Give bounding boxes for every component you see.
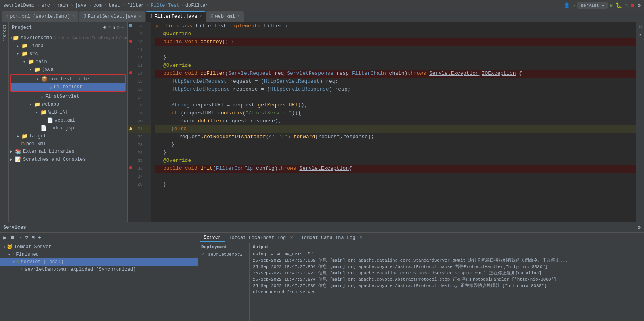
- svc-stop-btn[interactable]: ⏹: [9, 234, 16, 241]
- more-actions[interactable]: ⚙: [638, 2, 641, 9]
- tree-item-main[interactable]: ▾ 📁 main: [9, 58, 127, 66]
- tree-item-scratches[interactable]: ▶ 📝 Scratches and Consoles: [9, 156, 127, 163]
- tree-label-indexjsp: index.jsp: [48, 125, 74, 131]
- tree-item-filtertest[interactable]: ☕ FilterTest: [11, 83, 125, 91]
- svc-add-btn[interactable]: +: [37, 234, 42, 241]
- tab-firstservlet-close[interactable]: ×: [139, 14, 141, 19]
- svc-tab-catalina-close[interactable]: ×: [360, 235, 363, 241]
- sidebar-icon-settings[interactable]: ⚙: [117, 25, 120, 30]
- tomcat-icon: 🐱: [7, 244, 13, 250]
- sidebar-icon-close[interactable]: —: [121, 25, 124, 30]
- project-tool-icon[interactable]: Project: [2, 24, 7, 42]
- code-content: 8 9 10 11 12: [128, 22, 636, 222]
- structure-icon[interactable]: ⊞: [639, 24, 642, 29]
- breadcrumb-file[interactable]: FilterTest: [151, 3, 180, 8]
- stop-button[interactable]: ⏹: [630, 2, 635, 8]
- svc-tab-localhost-close[interactable]: ×: [290, 235, 293, 241]
- folder-icon-java: 📁: [34, 66, 40, 73]
- output-left: Deployment ✔ sevrletDemo:w: [198, 243, 250, 321]
- tab-webxml[interactable]: X web.xml ×: [206, 11, 244, 22]
- debug-button[interactable]: 🐛: [615, 2, 622, 9]
- tree-label-idea: .idea: [29, 43, 44, 49]
- tree-item-java[interactable]: ▾ 📁 java: [9, 66, 127, 74]
- services-output: Deployment ✔ sevrletDemo:w Output Using …: [198, 243, 644, 321]
- svc-item-war[interactable]: ⚡ sevrletDemo:war exploded [Synchronized…: [0, 266, 198, 273]
- tree-item-webinf[interactable]: ▾ 📁 WEB-INF: [9, 108, 127, 116]
- gutter-17: 17: [128, 93, 151, 101]
- svc-item-tomcat[interactable]: ▾ 🐱 Tomcat Server: [0, 243, 198, 251]
- gutter-15: 15: [128, 78, 151, 85]
- vcs-update-icon[interactable]: ↙: [572, 2, 575, 9]
- run-button[interactable]: ▶: [610, 2, 613, 9]
- tree-item-firstservlet[interactable]: ☕ FirstServlet: [9, 93, 127, 101]
- code-line-20: chain. doFilter (request,response);: [155, 117, 636, 125]
- code-line-25: @Override: [155, 157, 636, 165]
- breadcrumb-project[interactable]: sevrletDemo: [3, 3, 34, 8]
- svc-group-btn[interactable]: ⊞: [31, 234, 35, 241]
- tree-item-root[interactable]: ▾ 📁 sevrletDemo C:\Users\admins\IdeaProj…: [9, 34, 127, 42]
- svc-tab-localhost-log[interactable]: Tomcat Localhost Log ×: [225, 234, 297, 242]
- code-text[interactable]: public class FilterTest implements Filte…: [151, 22, 636, 222]
- log-line-6: Disconnected from server: [253, 289, 641, 295]
- breakpoint-icon-26[interactable]: [128, 166, 133, 171]
- tab-pom-close[interactable]: ×: [72, 14, 75, 19]
- svc-filter-btn[interactable]: ▽: [24, 234, 29, 241]
- arrow-java: ▾: [29, 67, 34, 72]
- svc-item-servlet[interactable]: ▾ ⚙ servlet [local]: [0, 258, 198, 266]
- sidebar-icon-collapse[interactable]: ≡: [108, 25, 111, 30]
- log-text-2: 25-Sep-2022 18:47:27.894 信息 [main] org.a…: [253, 264, 548, 269]
- tree-item-target[interactable]: ▶ 📁 target: [9, 132, 127, 140]
- tree-item-webxml[interactable]: 📄 web.xml: [9, 116, 127, 124]
- svc-tab-localhost-log-label: Tomcat Localhost Log: [229, 235, 286, 241]
- services-settings-icon[interactable]: ⚙: [638, 224, 641, 231]
- gutter-16: 16: [128, 85, 151, 93]
- log-text-3: 25-Sep-2022 18:47:27.923 信息 [main] org.a…: [253, 271, 541, 275]
- tree-item-extlibs[interactable]: ▶ 📚 External Libraries: [9, 148, 127, 156]
- log-line-5: 25-Sep-2022 18:47:27.989 信息 [main] org.a…: [253, 283, 641, 289]
- services-header-icons: ⚙: [638, 224, 641, 231]
- tree-label-java: java: [42, 67, 54, 72]
- tree-item-pomxml[interactable]: m pom.xml: [9, 140, 127, 148]
- output-sevrletdemo: ✔ sevrletDemo:w: [201, 251, 246, 258]
- tree-item-indexjsp[interactable]: 📄 index.jsp: [9, 124, 127, 132]
- svg-point-4: [129, 166, 132, 169]
- tree-label-root: sevrletDemo: [21, 35, 52, 41]
- tree-label-webxml: web.xml: [55, 118, 75, 123]
- coverage-button[interactable]: ☑: [625, 2, 628, 9]
- tab-pom[interactable]: m pom.xml (sevrletDemo) ×: [2, 11, 78, 22]
- tab-filtertest[interactable]: J FilterTest.java ×: [146, 11, 206, 22]
- xml-tab-icon: X: [210, 14, 213, 19]
- code-line-14: public void doFilter ( ServletRequest re…: [155, 70, 636, 78]
- code-editor[interactable]: 8 9 10 11 12: [128, 22, 636, 222]
- run-config-selector[interactable]: servlet ▾: [577, 2, 607, 9]
- tree-item-idea[interactable]: ▶ 📁 .idea: [9, 42, 127, 50]
- right-tool-strip: ⊞ ★: [636, 22, 644, 222]
- tree-item-com-test-filter[interactable]: ▾ 📦 com.test.filter: [11, 75, 125, 83]
- svc-tab-catalina-log[interactable]: Tomcat Catalina Log ×: [297, 234, 367, 242]
- favorites-icon[interactable]: ★: [639, 32, 642, 37]
- tree-item-src[interactable]: ▾ 📁 src: [9, 50, 127, 58]
- tab-bar: m pom.xml (sevrletDemo) × J FirstServlet…: [0, 11, 644, 22]
- svc-play-btn[interactable]: ▶: [2, 234, 7, 241]
- svc-label-tomcat: Tomcat Server: [14, 244, 52, 250]
- tab-webxml-close[interactable]: ×: [237, 14, 240, 19]
- sidebar-icon-locate[interactable]: ⊕: [103, 25, 106, 30]
- folder-icon-main: 📁: [28, 59, 34, 65]
- breakpoint-icon-14[interactable]: [128, 71, 133, 76]
- sidebar-icon-sort[interactable]: ⇅: [112, 25, 115, 30]
- breakpoint-icon-10[interactable]: [128, 39, 133, 45]
- services-header: Services ⚙: [0, 222, 644, 233]
- tab-firstservlet[interactable]: J FirstServlet.java ×: [79, 11, 145, 22]
- profile-icon[interactable]: 👤: [564, 2, 570, 9]
- java-file-icon-filtertest: ☕: [49, 84, 52, 90]
- tree-item-webapp[interactable]: ▾ 📁 webapp: [9, 101, 127, 108]
- svc-item-finished[interactable]: ▾ ✓ Finished: [0, 251, 198, 258]
- log-line-4: 25-Sep-2022 18:47:27.974 信息 [main] org.a…: [253, 276, 641, 283]
- tab-filtertest-close[interactable]: ×: [199, 15, 202, 19]
- linenum-19: 19: [133, 111, 143, 116]
- tree-label-scratches: Scratches and Consoles: [23, 157, 86, 162]
- code-line-9: @Override: [155, 30, 636, 38]
- svc-restart-btn[interactable]: ↺: [17, 234, 22, 241]
- svc-tab-server[interactable]: Server: [200, 234, 225, 242]
- services-toolbar: ▶ ⏹ ↺ ▽ ⊞ +: [0, 233, 198, 243]
